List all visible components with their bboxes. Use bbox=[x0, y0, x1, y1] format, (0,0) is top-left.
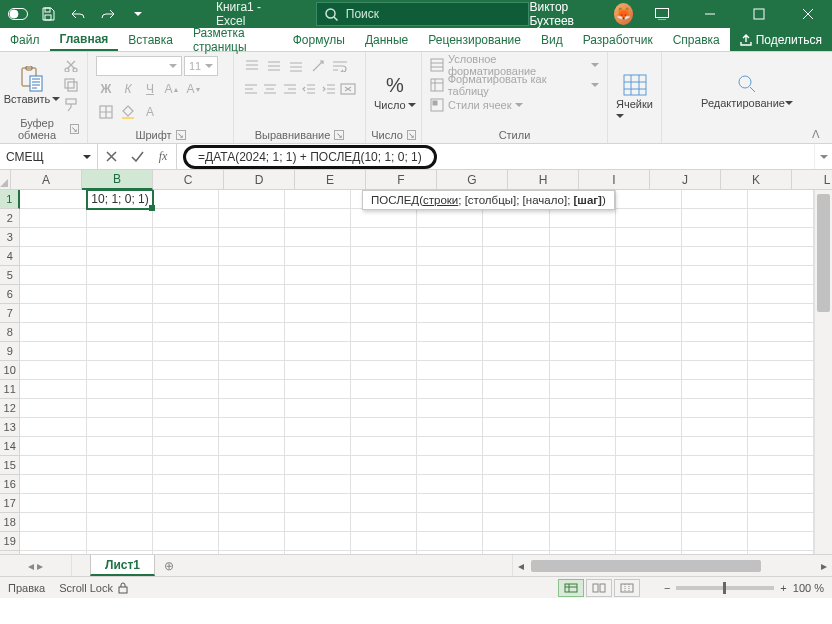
cell-L9[interactable] bbox=[748, 342, 814, 361]
cell-B7[interactable] bbox=[87, 304, 153, 323]
cell-G3[interactable] bbox=[417, 228, 483, 247]
cell-J4[interactable] bbox=[616, 247, 682, 266]
cell-F19[interactable] bbox=[351, 532, 417, 551]
user-avatar[interactable]: 🦊 bbox=[614, 3, 633, 25]
col-header-J[interactable]: J bbox=[650, 170, 721, 190]
cell-K20[interactable] bbox=[682, 551, 748, 554]
tab-view[interactable]: Вид bbox=[531, 28, 573, 51]
cell-B6[interactable] bbox=[87, 285, 153, 304]
tab-help[interactable]: Справка bbox=[663, 28, 730, 51]
zoom-slider[interactable] bbox=[676, 586, 774, 590]
cell-J7[interactable] bbox=[616, 304, 682, 323]
cell-G11[interactable] bbox=[417, 380, 483, 399]
cell-J13[interactable] bbox=[616, 418, 682, 437]
align-middle-icon[interactable] bbox=[264, 56, 284, 76]
cell-I19[interactable] bbox=[550, 532, 616, 551]
cell-L14[interactable] bbox=[748, 437, 814, 456]
cell-B18[interactable] bbox=[87, 513, 153, 532]
cell-H13[interactable] bbox=[483, 418, 549, 437]
cell-B3[interactable] bbox=[87, 228, 153, 247]
editing-button[interactable]: Редактирование bbox=[701, 73, 793, 109]
insert-function-icon[interactable]: fx bbox=[150, 149, 176, 164]
cell-B12[interactable] bbox=[87, 399, 153, 418]
cell-A8[interactable] bbox=[20, 323, 86, 342]
cell-L6[interactable] bbox=[748, 285, 814, 304]
format-painter-icon[interactable] bbox=[60, 96, 82, 114]
cell-I7[interactable] bbox=[550, 304, 616, 323]
cell-K2[interactable] bbox=[682, 209, 748, 228]
formula-input[interactable]: =ДАТА(2024; 1; 1) + ПОСЛЕД(10; 1; 0; 1) bbox=[183, 145, 437, 169]
cell-I14[interactable] bbox=[550, 437, 616, 456]
cell-F11[interactable] bbox=[351, 380, 417, 399]
font-name-combo[interactable] bbox=[96, 56, 182, 76]
collapse-ribbon-icon[interactable]: ᐱ bbox=[812, 128, 820, 141]
cell-L17[interactable] bbox=[748, 494, 814, 513]
cell-F10[interactable] bbox=[351, 361, 417, 380]
cell-A18[interactable] bbox=[20, 513, 86, 532]
cell-H2[interactable] bbox=[483, 209, 549, 228]
merge-icon[interactable] bbox=[340, 79, 358, 99]
cell-G19[interactable] bbox=[417, 532, 483, 551]
cell-D8[interactable] bbox=[219, 323, 285, 342]
cell-G13[interactable] bbox=[417, 418, 483, 437]
cell-D4[interactable] bbox=[219, 247, 285, 266]
row-header-20[interactable]: 20 bbox=[0, 551, 20, 554]
cell-B1[interactable]: 10; 1; 0; 1) bbox=[87, 190, 153, 209]
cell-I5[interactable] bbox=[550, 266, 616, 285]
view-normal-icon[interactable] bbox=[558, 579, 584, 597]
cell-C18[interactable] bbox=[153, 513, 219, 532]
cell-L8[interactable] bbox=[748, 323, 814, 342]
row-header-10[interactable]: 10 bbox=[0, 361, 20, 380]
tab-formulas[interactable]: Формулы bbox=[283, 28, 355, 51]
col-header-A[interactable]: A bbox=[11, 170, 82, 190]
cell-K6[interactable] bbox=[682, 285, 748, 304]
cell-L3[interactable] bbox=[748, 228, 814, 247]
cell-D18[interactable] bbox=[219, 513, 285, 532]
cell-K17[interactable] bbox=[682, 494, 748, 513]
cell-E15[interactable] bbox=[285, 456, 351, 475]
cell-G9[interactable] bbox=[417, 342, 483, 361]
cell-I9[interactable] bbox=[550, 342, 616, 361]
ribbon-display-options-icon[interactable] bbox=[641, 0, 682, 28]
vertical-scrollbar[interactable] bbox=[814, 190, 832, 554]
cell-G16[interactable] bbox=[417, 475, 483, 494]
cell-E5[interactable] bbox=[285, 266, 351, 285]
cell-H3[interactable] bbox=[483, 228, 549, 247]
cell-A13[interactable] bbox=[20, 418, 86, 437]
cell-C19[interactable] bbox=[153, 532, 219, 551]
tab-insert[interactable]: Вставка bbox=[118, 28, 183, 51]
cell-I10[interactable] bbox=[550, 361, 616, 380]
row-header-3[interactable]: 3 bbox=[0, 228, 20, 247]
row-header-16[interactable]: 16 bbox=[0, 475, 20, 494]
cell-B8[interactable] bbox=[87, 323, 153, 342]
row-header-17[interactable]: 17 bbox=[0, 494, 20, 513]
col-header-B[interactable]: B bbox=[82, 170, 153, 190]
cell-J8[interactable] bbox=[616, 323, 682, 342]
cell-L4[interactable] bbox=[748, 247, 814, 266]
cell-G4[interactable] bbox=[417, 247, 483, 266]
cell-H10[interactable] bbox=[483, 361, 549, 380]
cell-H11[interactable] bbox=[483, 380, 549, 399]
cell-D14[interactable] bbox=[219, 437, 285, 456]
cell-D1[interactable] bbox=[219, 190, 285, 209]
cell-F8[interactable] bbox=[351, 323, 417, 342]
cell-H17[interactable] bbox=[483, 494, 549, 513]
cell-C7[interactable] bbox=[153, 304, 219, 323]
cell-B10[interactable] bbox=[87, 361, 153, 380]
cell-K4[interactable] bbox=[682, 247, 748, 266]
row-header-13[interactable]: 13 bbox=[0, 418, 20, 437]
cell-K3[interactable] bbox=[682, 228, 748, 247]
autosave-toggle[interactable] bbox=[6, 3, 30, 25]
cell-C3[interactable] bbox=[153, 228, 219, 247]
tab-file[interactable]: Файл bbox=[0, 28, 50, 51]
cell-A16[interactable] bbox=[20, 475, 86, 494]
cell-E3[interactable] bbox=[285, 228, 351, 247]
increase-font-icon[interactable]: A▲ bbox=[162, 79, 182, 99]
cell-F12[interactable] bbox=[351, 399, 417, 418]
cell-A10[interactable] bbox=[20, 361, 86, 380]
decrease-font-icon[interactable]: A▼ bbox=[184, 79, 204, 99]
cell-H4[interactable] bbox=[483, 247, 549, 266]
tooltip-fn-name[interactable]: ПОСЛЕД bbox=[371, 194, 419, 206]
col-header-I[interactable]: I bbox=[579, 170, 650, 190]
cell-B5[interactable] bbox=[87, 266, 153, 285]
